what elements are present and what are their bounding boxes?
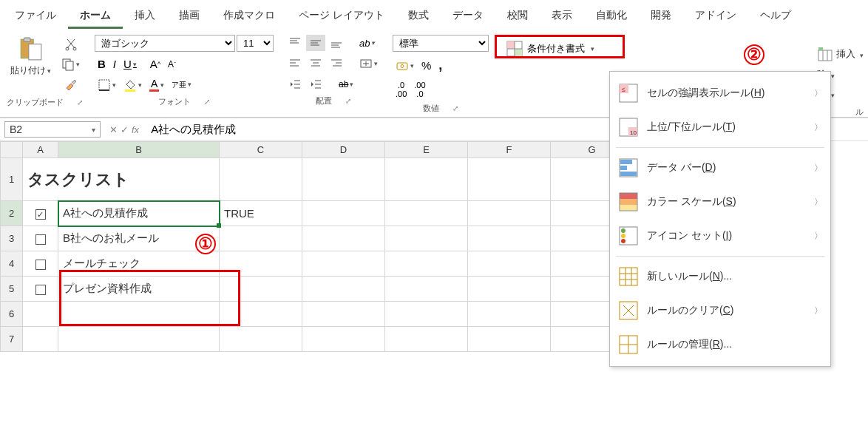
tab-automate[interactable]: 自動化 <box>584 4 639 29</box>
font-name-combo[interactable]: 游ゴシック <box>95 35 235 52</box>
conditional-formatting-button[interactable]: 条件付き書式 <box>501 38 600 60</box>
align-top-icon <box>288 36 302 50</box>
svg-rect-7 <box>99 80 109 90</box>
paste-button[interactable] <box>16 35 47 63</box>
tab-help[interactable]: ヘルプ <box>748 4 803 29</box>
indent-decrease-button[interactable] <box>285 76 305 92</box>
menu-manage-rules[interactable]: ルールの管理(R)... <box>610 328 830 362</box>
task-checkbox[interactable] <box>35 234 46 245</box>
tab-draw[interactable]: 描画 <box>167 4 211 29</box>
underline-button[interactable]: U <box>121 56 140 72</box>
svg-rect-57 <box>620 199 637 205</box>
tab-data[interactable]: データ <box>441 4 495 29</box>
cell-B5[interactable]: プレゼン資料作成 <box>58 277 220 302</box>
worksheet-grid[interactable]: A B C D E F G 1 タスクリスト 2 A社への見積作成 TRUE 3… <box>0 141 634 352</box>
wrap-text-button[interactable]: ab <box>336 78 356 91</box>
font-size-combo[interactable]: 11 <box>237 35 274 52</box>
menu-highlight-rules[interactable]: ≤ セルの強調表示ルール(H) 〉 <box>610 76 830 110</box>
increase-decimal-button[interactable]: .0.00 <box>393 79 410 100</box>
tab-insert[interactable]: 挿入 <box>123 4 167 29</box>
tab-file[interactable]: ファイル <box>3 4 68 29</box>
decrease-decimal-button[interactable]: .00.0 <box>411 79 428 100</box>
menu-clear-rules[interactable]: ルールのクリア(C) 〉 <box>610 294 830 328</box>
grow-font-button[interactable]: A^ <box>147 56 163 72</box>
svg-rect-64 <box>620 268 637 285</box>
row-header-3[interactable]: 3 <box>1 226 23 251</box>
tab-home[interactable]: ホーム <box>68 4 123 29</box>
orientation-button[interactable]: ab <box>356 36 378 50</box>
menu-new-rule[interactable]: 新しいルール(N)... <box>610 260 830 294</box>
font-color-button[interactable]: A <box>146 76 167 93</box>
col-header-C[interactable]: C <box>220 142 302 158</box>
new-rule-icon <box>619 267 638 286</box>
tab-review[interactable]: 校閲 <box>495 4 540 29</box>
row-header-6[interactable]: 6 <box>1 302 23 327</box>
cut-icon <box>64 38 78 51</box>
fx-button[interactable]: fx <box>132 124 139 135</box>
menu-top-bottom-rules[interactable]: 10 上位/下位ルール(T) 〉 <box>610 110 830 144</box>
cancel-formula-button[interactable]: ✕ <box>109 124 118 135</box>
align-top-button[interactable] <box>285 35 305 51</box>
font-dialog-icon[interactable]: ⤢ <box>204 98 210 106</box>
merge-button[interactable] <box>356 55 381 72</box>
menu-data-bars[interactable]: データ バー(D) 〉 <box>610 151 830 185</box>
align-left-button[interactable] <box>285 55 305 72</box>
tab-addin[interactable]: アドイン <box>683 4 748 29</box>
cell-C2[interactable]: TRUE <box>220 201 302 226</box>
row-header-5[interactable]: 5 <box>1 277 23 302</box>
copy-button[interactable] <box>58 56 83 72</box>
tab-dev[interactable]: 開発 <box>639 4 683 29</box>
col-header-E[interactable]: E <box>385 142 468 158</box>
currency-icon <box>396 59 409 72</box>
align-center-button[interactable] <box>306 55 325 72</box>
tab-formula[interactable]: 数式 <box>396 4 441 29</box>
menu-icon-sets[interactable]: アイコン セット(I) 〉 <box>610 219 830 253</box>
percent-button[interactable]: % <box>418 58 434 73</box>
align-middle-button[interactable] <box>306 35 325 51</box>
cut-button[interactable] <box>58 36 83 52</box>
border-button[interactable] <box>95 77 119 93</box>
number-dialog-icon[interactable]: ⤢ <box>452 104 458 112</box>
fill-color-button[interactable] <box>121 77 145 93</box>
align-right-button[interactable] <box>327 55 346 72</box>
col-header-B[interactable]: B <box>58 142 220 158</box>
task-checkbox[interactable] <box>35 209 46 220</box>
currency-button[interactable] <box>393 58 417 74</box>
cell-B2[interactable]: A社への見積作成 <box>58 201 220 226</box>
color-scales-icon <box>619 192 638 211</box>
comma-button[interactable]: , <box>435 56 445 75</box>
group-number: 標準 % , .0.00 .00.0 数値⤢ <box>387 32 495 117</box>
indent-increase-button[interactable] <box>306 76 325 92</box>
number-format-combo[interactable]: 標準 <box>393 35 489 52</box>
col-header-A[interactable]: A <box>23 142 58 158</box>
align-dialog-icon[interactable]: ⤢ <box>345 97 351 105</box>
bold-button[interactable]: B <box>95 56 109 72</box>
task-checkbox[interactable] <box>35 285 46 295</box>
task-checkbox[interactable] <box>35 260 46 270</box>
align-bottom-icon <box>330 36 343 50</box>
cell-B4[interactable]: メールチェック <box>58 251 220 277</box>
name-box[interactable]: B2▾ <box>4 121 101 138</box>
tab-macro[interactable]: 作成マクロ <box>211 4 287 29</box>
enter-formula-button[interactable]: ✓ <box>121 124 129 135</box>
italic-button[interactable]: I <box>110 56 119 72</box>
format-painter-button[interactable] <box>58 76 83 92</box>
phonetic-button[interactable]: ア亜 <box>169 80 194 90</box>
tab-layout[interactable]: ページ レイアウト <box>287 4 396 29</box>
row-header-2[interactable]: 2 <box>1 201 23 226</box>
col-header-D[interactable]: D <box>302 142 385 158</box>
svg-text:≤: ≤ <box>622 86 625 93</box>
clipboard-dialog-icon[interactable]: ⤢ <box>77 98 83 106</box>
align-bottom-button[interactable] <box>327 35 346 51</box>
select-all-corner[interactable] <box>1 142 23 158</box>
col-header-F[interactable]: F <box>468 142 551 158</box>
insert-cells-button[interactable]: 挿入 <box>817 46 864 62</box>
shrink-font-button[interactable]: Aˇ <box>165 58 179 71</box>
row-header-1[interactable]: 1 <box>1 158 23 201</box>
row-header-4[interactable]: 4 <box>1 251 23 277</box>
top-bottom-icon: 10 <box>619 118 638 137</box>
svg-point-63 <box>621 239 625 243</box>
tab-view[interactable]: 表示 <box>540 4 584 29</box>
row-header-7[interactable]: 7 <box>1 327 23 352</box>
menu-color-scales[interactable]: カラー スケール(S) 〉 <box>610 185 830 219</box>
